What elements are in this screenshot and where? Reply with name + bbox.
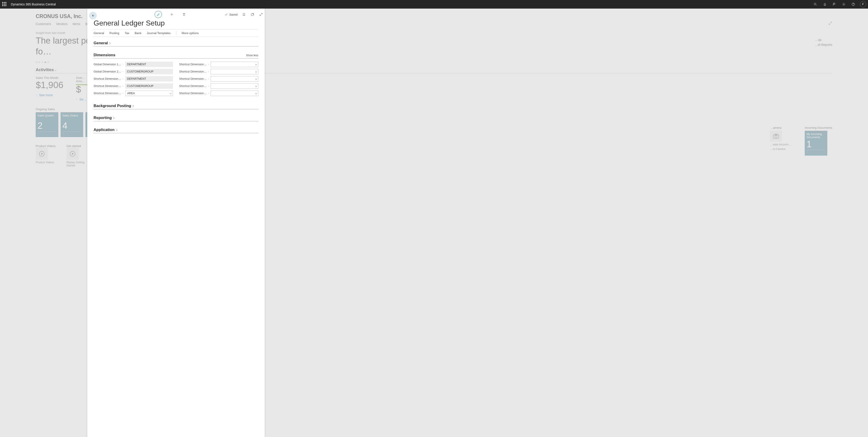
more-options[interactable]: More options	[182, 31, 199, 35]
panel-title: General Ledger Setup	[94, 19, 265, 27]
chevron-down-icon	[255, 92, 257, 94]
maximize-icon[interactable]	[259, 12, 264, 17]
tab-posting[interactable]: Posting	[110, 31, 119, 35]
label-shortcut-dim-5: Shortcut Dimension 5…	[179, 70, 207, 73]
saved-indicator: Saved	[225, 13, 238, 16]
input-shortcut-dim-2: CUSTOMERGROUP	[125, 83, 173, 89]
tab-general[interactable]: General	[94, 31, 104, 35]
fasttab-background-posting-header[interactable]: Background Posting	[94, 104, 258, 109]
tab-tax[interactable]: Tax	[125, 31, 129, 35]
fasttab-general-header[interactable]: General	[94, 41, 258, 46]
label-shortcut-dim-4: Shortcut Dimension 4…	[179, 63, 207, 66]
chevron-right-icon	[108, 42, 111, 44]
chevron-down-icon	[255, 63, 257, 65]
chevron-down-icon	[169, 92, 171, 94]
chevron-down-icon	[255, 85, 257, 87]
input-shortcut-dim-1: DEPARTMENT	[125, 76, 173, 81]
input-global-dim-1: DEPARTMENT	[125, 62, 173, 67]
chevron-right-icon	[132, 105, 134, 107]
new-button[interactable]	[169, 12, 174, 17]
show-less-link[interactable]: Show less	[246, 54, 258, 57]
chevron-down-icon	[255, 71, 257, 72]
svg-point-3	[843, 4, 844, 5]
fasttab-reporting-header[interactable]: Reporting	[94, 115, 258, 121]
search-icon[interactable]	[811, 0, 819, 8]
svg-point-0	[814, 3, 816, 5]
edit-button[interactable]	[155, 11, 162, 18]
label-shortcut-dim-8: Shortcut Dimension 8…	[179, 92, 207, 95]
tab-bank[interactable]: Bank	[135, 31, 142, 35]
chevron-down-icon	[255, 78, 257, 80]
label-shortcut-dim-3: Shortcut Dimension 3…	[94, 92, 121, 95]
fasttab-dimensions-header[interactable]: Dimensions	[94, 53, 115, 57]
dimensions-right-col: Shortcut Dimension 4…· Shortcut Dimensio…	[179, 62, 258, 96]
chevron-right-icon	[112, 117, 115, 119]
input-global-dim-2: CUSTOMERGROUP	[125, 69, 173, 74]
app-title: Dynamics 365 Business Central	[11, 2, 56, 6]
label-shortcut-dim-1: Shortcut Dimension 1…	[94, 77, 121, 80]
tab-journal-templates[interactable]: Journal Templates	[147, 31, 170, 35]
svg-rect-15	[251, 14, 253, 16]
settings-gear-icon[interactable]	[839, 0, 848, 8]
gl-setup-panel: Saved General Ledger Setup General Posti…	[87, 8, 265, 437]
help-icon[interactable]	[849, 0, 858, 8]
combo-shortcut-dim-7[interactable]	[211, 83, 258, 89]
delete-button[interactable]	[182, 12, 186, 17]
combo-shortcut-dim-5[interactable]	[211, 69, 258, 74]
combo-shortcut-dim-8[interactable]	[211, 91, 258, 96]
popout-icon[interactable]	[250, 12, 255, 17]
notifications-icon[interactable]	[820, 0, 829, 8]
label-global-dim-2: Global Dimension 2 C…	[94, 70, 121, 73]
app-launcher-icon[interactable]	[2, 2, 7, 7]
svg-line-1	[816, 5, 817, 6]
bookmark-icon[interactable]	[242, 12, 246, 17]
combo-shortcut-dim-6[interactable]	[211, 76, 258, 81]
label-global-dim-1: Global Dimension 1 C…	[94, 63, 121, 66]
back-button[interactable]	[89, 12, 97, 20]
label-shortcut-dim-6: Shortcut Dimension 6…	[179, 77, 207, 80]
panel-tabs: General Posting Tax Bank Journal Templat…	[94, 29, 258, 37]
flag-icon[interactable]	[830, 0, 839, 8]
user-avatar[interactable]: F	[860, 1, 866, 7]
label-shortcut-dim-7: Shortcut Dimension 7…	[179, 85, 207, 88]
chevron-right-icon	[115, 129, 117, 131]
fasttab-application-header[interactable]: Application	[94, 128, 258, 133]
label-shortcut-dim-2: Shortcut Dimension 2…	[94, 85, 121, 88]
dimensions-left-col: Global Dimension 1 C…·DEPARTMENT Global …	[94, 62, 173, 96]
app-header: Dynamics 365 Business Central F	[0, 0, 868, 8]
combo-shortcut-dim-3[interactable]: AREA	[125, 91, 173, 96]
combo-shortcut-dim-4[interactable]	[211, 62, 258, 67]
